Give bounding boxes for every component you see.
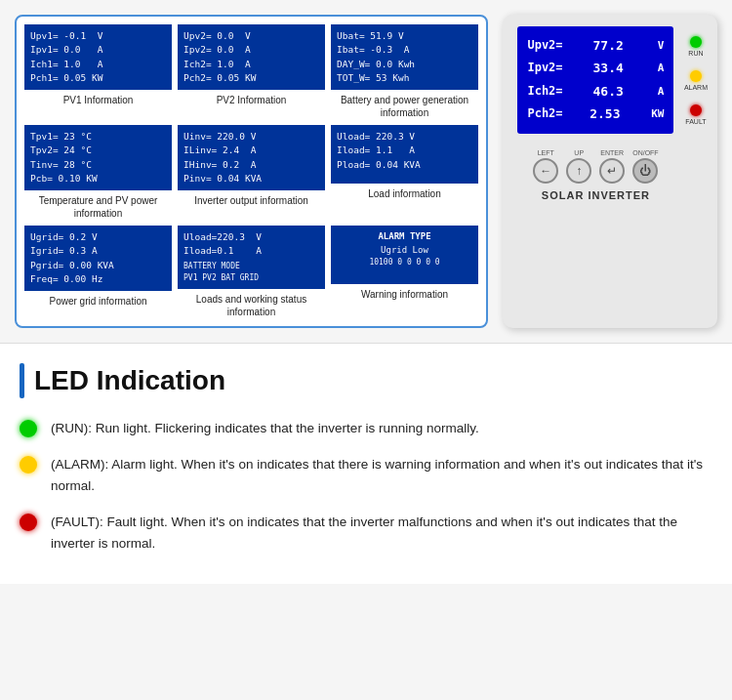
lcd-pch2-value: 2.53 — [590, 103, 620, 125]
alarm-name: Ugrid Low — [337, 244, 472, 258]
load-panel: Uload= 220.3 V Iload= 1.1 A Pload= 0.04 … — [331, 125, 478, 184]
enter-button[interactable]: ↵ — [599, 158, 625, 184]
pv2-label: PV2 Information — [178, 94, 325, 106]
lcd-ich2-value: 46.3 — [593, 80, 624, 103]
inverter-body: Upv2= 77.2 V Ipv2= 33.4 A Ich2= 46.3 A — [512, 26, 708, 201]
run-led-label: RUN — [688, 50, 703, 57]
solar-inverter-label: SOLAR INVERTER — [542, 189, 650, 201]
inverter-device: Upv2= 77.2 V Ipv2= 33.4 A Ich2= 46.3 A — [503, 15, 717, 328]
section-heading: LED Indication — [34, 365, 225, 396]
lcd-ipv2-unit: A — [658, 59, 665, 78]
left-btn-group: LEFT ← — [533, 149, 558, 184]
warning-panel: ALARM TYPE Ugrid Low 10100 0 0 0 0 0 — [331, 226, 478, 284]
alarm-led-desc-text: (ALARM): Alarm light. When it's on indic… — [51, 454, 712, 496]
load-panel-cell: Uload= 220.3 V Iload= 1.1 A Pload= 0.04 … — [331, 125, 478, 220]
loads-working-label: Loads and working status information — [178, 293, 325, 318]
loads-working-panel-cell: Uload=220.3 V Iload=0.1 A BATTERY MODE P… — [178, 226, 325, 318]
alarm-led-big — [20, 456, 37, 474]
up-button[interactable]: ↑ — [566, 158, 591, 184]
pv1-label: PV1 Information — [24, 94, 172, 106]
alarm-led-desc: (ALARM): Alarm light. When it's on indic… — [20, 454, 712, 496]
lcd-pch2-label: Pch2= — [527, 103, 562, 125]
lcd-ich2-label: Ich2= — [527, 81, 562, 103]
up-btn-label: UP — [574, 149, 584, 156]
lcd-line-4: Pch2= 2.53 KW — [527, 103, 664, 125]
run-led-desc-text: (RUN): Run light. Flickering indicates t… — [51, 418, 479, 439]
temp-panel-cell: Tpv1= 23 °C Tpv2= 24 °C Tinv= 28 °C Pcb=… — [24, 125, 172, 220]
alarm-code: 10100 0 0 0 0 0 — [337, 257, 472, 268]
enter-btn-group: ENTER ↵ — [599, 149, 625, 184]
alarm-type-label: ALARM TYPE — [337, 230, 472, 244]
enter-btn-label: ENTER — [600, 149, 624, 156]
inverter-output-label: Inverter output information — [178, 194, 325, 207]
run-led — [690, 36, 702, 48]
loads-working-panel: Uload=220.3 V Iload=0.1 A BATTERY MODE P… — [178, 226, 325, 289]
pv2-panel: Upv2= 0.0 V Ipv2= 0.0 A Ich2= 1.0 A Pch2… — [178, 24, 325, 90]
lcd-ipv2-label: Ipv2= — [527, 58, 562, 79]
load-label: Load information — [331, 187, 478, 200]
fault-led-big — [20, 514, 37, 531]
fault-led-label: FAULT — [685, 118, 706, 125]
left-button[interactable]: ← — [533, 158, 558, 184]
inverter-output-panel: Uinv= 220.0 V ILinv= 2.4 A IHinv= 0.2 A … — [178, 125, 325, 190]
onoff-btn-label: ON/OFF — [632, 149, 658, 156]
alarm-led-item: ALARM — [684, 70, 708, 91]
fault-led-desc-text: (FAULT): Fault light. When it's on indic… — [51, 512, 712, 554]
alarm-led-label: ALARM — [684, 84, 708, 91]
lcd-line-1: Upv2= 77.2 V — [527, 34, 664, 57]
lcd-pch2-unit: KW — [651, 104, 664, 124]
battery-panel: Ubat= 51.9 V Ibat= -0.3 A DAY_W= 0.0 Kwh… — [331, 24, 478, 90]
lcd-ich2-unit: A — [658, 82, 665, 102]
run-led-desc: (RUN): Run light. Flickering indicates t… — [20, 418, 712, 439]
inverter-output-panel-cell: Uinv= 220.0 V ILinv= 2.4 A IHinv= 0.2 A … — [178, 125, 325, 220]
lcd-screen: Upv2= 77.2 V Ipv2= 33.4 A Ich2= 46.3 A — [517, 26, 673, 134]
temp-panel: Tpv1= 23 °C Tpv2= 24 °C Tinv= 28 °C Pcb=… — [24, 125, 172, 190]
run-led-big — [20, 420, 37, 437]
warning-label: Warning information — [331, 288, 478, 301]
temp-label: Temperature and PV power information — [24, 194, 172, 220]
onoff-button[interactable]: ⏻ — [632, 158, 658, 184]
pv1-panel-cell: Upv1= -0.1 V Ipv1= 0.0 A Ich1= 1.0 A Pch… — [24, 24, 172, 119]
lcd-ipv2-value: 33.4 — [593, 57, 624, 79]
pv1-panel: Upv1= -0.1 V Ipv1= 0.0 A Ich1= 1.0 A Pch… — [24, 24, 172, 90]
lcd-upv2-value: 77.2 — [593, 34, 624, 57]
battery-label: Battery and power generation information — [331, 94, 478, 119]
left-btn-label: LEFT — [538, 149, 554, 156]
grid-label: Power grid information — [24, 295, 172, 308]
screen-section: Upv2= 77.2 V Ipv2= 33.4 A Ich2= 46.3 A — [512, 26, 679, 201]
pv2-panel-cell: Upv2= 0.0 V Ipv2= 0.0 A Ich2= 1.0 A Pch2… — [178, 24, 325, 119]
grid-panel: Ugrid= 0.2 V Igrid= 0.3 A Pgrid= 0.00 KV… — [24, 226, 172, 291]
up-btn-group: UP ↑ — [566, 149, 591, 184]
led-indication-section: LED Indication (RUN): Run light. Flicker… — [0, 343, 732, 585]
info-panels-container: Upv1= -0.1 V Ipv1= 0.0 A Ich1= 1.0 A Pch… — [15, 15, 488, 328]
battery-panel-cell: Ubat= 51.9 V Ibat= -0.3 A DAY_W= 0.0 Kwh… — [331, 24, 478, 119]
fault-led — [690, 104, 702, 116]
alarm-led — [690, 70, 702, 82]
section-title: LED Indication — [20, 363, 712, 398]
onoff-btn-group: ON/OFF ⏻ — [632, 149, 658, 184]
warning-panel-cell: ALARM TYPE Ugrid Low 10100 0 0 0 0 0 War… — [331, 226, 478, 318]
run-led-item: RUN — [684, 36, 708, 57]
lcd-line-3: Ich2= 46.3 A — [527, 80, 664, 103]
lcd-upv2-label: Upv2= — [527, 35, 562, 57]
fault-led-item: FAULT — [684, 104, 708, 125]
buttons-row: LEFT ← UP ↑ ENTER ↵ ON/OFF ⏻ — [533, 149, 658, 184]
led-section: RUN ALARM FAULT — [679, 26, 708, 201]
panels-grid: Upv1= -0.1 V Ipv1= 0.0 A Ich1= 1.0 A Pch… — [24, 24, 478, 318]
fault-led-desc: (FAULT): Fault light. When it's on indic… — [20, 512, 712, 554]
lcd-line-2: Ipv2= 33.4 A — [527, 57, 664, 79]
title-bar-accent — [20, 363, 24, 398]
lcd-upv2-unit: V — [658, 36, 665, 56]
grid-panel-cell: Ugrid= 0.2 V Igrid= 0.3 A Pgrid= 0.00 KV… — [24, 226, 172, 318]
